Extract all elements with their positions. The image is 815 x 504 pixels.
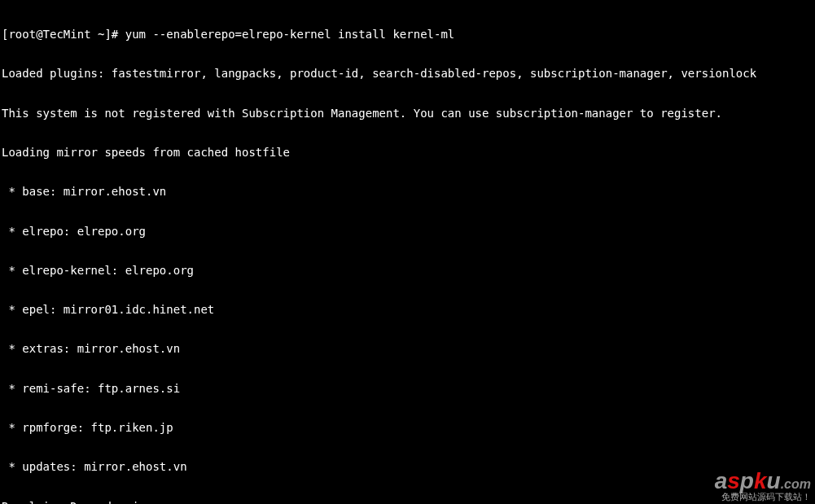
output-loading-mirror: Loading mirror speeds from cached hostfi…	[2, 146, 813, 159]
mirror-line: * base: mirror.ehost.vn	[2, 185, 813, 198]
mirror-line: * extras: mirror.ehost.vn	[2, 342, 813, 355]
entered-command: yum --enablerepo=elrepo-kernel install k…	[125, 28, 455, 41]
mirror-line: * updates: mirror.ehost.vn	[2, 460, 813, 473]
mirror-line: * remi-safe: ftp.arnes.si	[2, 382, 813, 395]
mirror-line: * epel: mirror01.idc.hinet.net	[2, 303, 813, 316]
mirror-line: * elrepo-kernel: elrepo.org	[2, 264, 813, 277]
output-loaded-plugins: Loaded plugins: fastestmirror, langpacks…	[2, 67, 813, 80]
output-resolving: Resolving Dependencies	[2, 500, 813, 504]
mirror-line: * elrepo: elrepo.org	[2, 225, 813, 238]
brand-text: aspku.com	[715, 468, 811, 494]
brand-tagline: 免费网站源码下载站！	[715, 492, 811, 502]
watermark-logo: aspku.com 免费网站源码下载站！	[715, 468, 811, 502]
prompt-line: [root@TecMint ~]# yum --enablerepo=elrep…	[2, 28, 813, 41]
shell-prompt: [root@TecMint ~]#	[2, 28, 125, 41]
terminal-window[interactable]: [root@TecMint ~]# yum --enablerepo=elrep…	[0, 0, 815, 504]
output-not-registered: This system is not registered with Subsc…	[2, 107, 813, 120]
mirror-line: * rpmforge: ftp.riken.jp	[2, 421, 813, 434]
